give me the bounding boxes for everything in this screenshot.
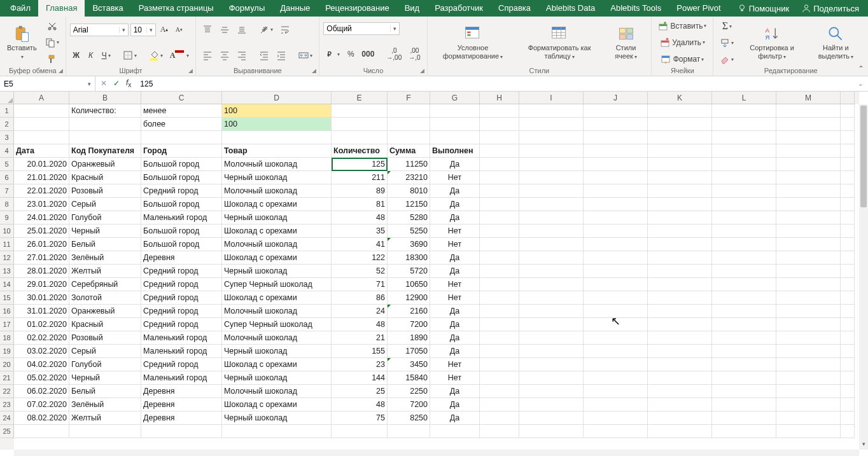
cell[interactable] bbox=[584, 184, 648, 198]
align-bottom-button[interactable] bbox=[234, 23, 249, 37]
cell[interactable]: 75 bbox=[332, 411, 388, 425]
cell[interactable]: Нет bbox=[430, 278, 480, 291]
dialog-launcher-icon[interactable]: ◢ bbox=[59, 67, 63, 74]
spreadsheet-grid[interactable]: ABCDEFGHIJKLM 12345678910111213141516171… bbox=[0, 92, 868, 456]
cell[interactable] bbox=[388, 425, 430, 438]
cell[interactable]: 25 bbox=[332, 385, 388, 398]
cell[interactable] bbox=[519, 211, 584, 225]
cell[interactable] bbox=[648, 305, 712, 318]
cell[interactable] bbox=[648, 251, 712, 265]
cell[interactable] bbox=[648, 385, 712, 398]
cell[interactable] bbox=[648, 131, 712, 144]
cell[interactable] bbox=[841, 238, 855, 251]
cell[interactable] bbox=[584, 305, 648, 318]
cell[interactable] bbox=[776, 251, 841, 265]
cell[interactable] bbox=[712, 171, 776, 184]
cell[interactable] bbox=[841, 251, 855, 265]
row-header-25[interactable]: 25 bbox=[0, 425, 14, 438]
cell[interactable] bbox=[519, 371, 584, 385]
cell[interactable] bbox=[584, 358, 648, 371]
underline-button[interactable]: Ч▾ bbox=[99, 49, 113, 62]
percent-button[interactable]: % bbox=[344, 48, 357, 60]
cell[interactable]: 5720 bbox=[388, 265, 430, 278]
cell[interactable] bbox=[430, 425, 480, 438]
cell[interactable]: Дата bbox=[14, 144, 69, 158]
cell[interactable] bbox=[776, 131, 841, 144]
cell[interactable] bbox=[776, 385, 841, 398]
cell[interactable] bbox=[776, 318, 841, 331]
cell[interactable]: Средний город bbox=[141, 291, 222, 305]
cell[interactable]: Деревня bbox=[141, 251, 222, 265]
cell[interactable] bbox=[712, 385, 776, 398]
cell[interactable] bbox=[841, 345, 855, 358]
fill-button[interactable]: ▾ bbox=[717, 36, 736, 50]
cell[interactable]: Да bbox=[430, 184, 480, 198]
cell[interactable]: Серый bbox=[69, 345, 141, 358]
cell[interactable] bbox=[519, 305, 584, 318]
cell[interactable] bbox=[841, 118, 855, 131]
cell[interactable]: Черный шоколад bbox=[222, 345, 332, 358]
col-header-L[interactable]: L bbox=[712, 92, 776, 104]
cell[interactable] bbox=[519, 385, 584, 398]
cell[interactable] bbox=[776, 104, 841, 118]
cell[interactable] bbox=[519, 345, 584, 358]
vertical-scrollbar[interactable]: ▴ ▾ bbox=[859, 104, 868, 450]
cell[interactable] bbox=[584, 331, 648, 345]
row-header-22[interactable]: 22 bbox=[0, 385, 14, 398]
cell[interactable] bbox=[519, 291, 584, 305]
cell[interactable]: Зелёный bbox=[69, 251, 141, 265]
cell[interactable] bbox=[712, 371, 776, 385]
cell[interactable] bbox=[480, 171, 519, 184]
cell[interactable]: Товар bbox=[222, 144, 332, 158]
cell[interactable] bbox=[776, 425, 841, 438]
horizontal-scrollbar[interactable] bbox=[14, 450, 859, 456]
select-all-button[interactable] bbox=[0, 92, 14, 104]
orientation-button[interactable]: ab▾ bbox=[256, 23, 276, 37]
row-header-14[interactable]: 14 bbox=[0, 278, 14, 291]
cell[interactable]: 2250 bbox=[388, 385, 430, 398]
cell[interactable]: 48 bbox=[332, 398, 388, 411]
cell[interactable]: 144 bbox=[332, 371, 388, 385]
cell[interactable] bbox=[519, 278, 584, 291]
cell[interactable] bbox=[712, 398, 776, 411]
sort-filter-button[interactable]: АЯ Сортировка и фильтр▾ bbox=[739, 18, 804, 67]
row-header-24[interactable]: 24 bbox=[0, 411, 14, 425]
cell[interactable]: 48 bbox=[332, 318, 388, 331]
bold-button[interactable]: Ж bbox=[70, 49, 83, 62]
cell[interactable]: Шоколад с орехами bbox=[222, 291, 332, 305]
col-header-C[interactable]: C bbox=[141, 92, 222, 104]
cell[interactable]: Розовый bbox=[69, 184, 141, 198]
find-select-button[interactable]: Найти и выделить▾ bbox=[808, 18, 864, 67]
cell[interactable]: Да bbox=[430, 345, 480, 358]
cell[interactable] bbox=[584, 251, 648, 265]
align-left-button[interactable] bbox=[200, 48, 215, 62]
cell[interactable] bbox=[584, 104, 648, 118]
tell-me[interactable]: Помощник bbox=[731, 0, 796, 17]
cell[interactable]: 71 bbox=[332, 278, 388, 291]
cell[interactable]: 23.01.2020 bbox=[14, 198, 69, 211]
col-header-A[interactable]: A bbox=[14, 92, 69, 104]
cell[interactable]: Серый bbox=[69, 198, 141, 211]
conditional-formatting-button[interactable]: Условное форматирование▾ bbox=[431, 18, 515, 67]
cell[interactable] bbox=[480, 211, 519, 225]
cell[interactable]: 8010 bbox=[388, 184, 430, 198]
cell[interactable]: Оранжевый bbox=[69, 305, 141, 318]
cell[interactable]: Средний город bbox=[141, 265, 222, 278]
cell[interactable] bbox=[776, 371, 841, 385]
tab-Разметка страницы[interactable]: Разметка страницы bbox=[131, 0, 221, 17]
cell[interactable]: 15840 bbox=[388, 371, 430, 385]
cell[interactable]: Средний город bbox=[141, 278, 222, 291]
col-header-J[interactable]: J bbox=[584, 92, 648, 104]
cell[interactable] bbox=[519, 131, 584, 144]
cell[interactable]: Молочный шоколад bbox=[222, 238, 332, 251]
cell[interactable]: Желтый bbox=[69, 265, 141, 278]
col-header-K[interactable]: K bbox=[648, 92, 712, 104]
cell[interactable]: Да bbox=[430, 198, 480, 211]
cell[interactable]: Большой город bbox=[141, 238, 222, 251]
tab-Разработчик[interactable]: Разработчик bbox=[427, 0, 491, 17]
cell[interactable]: 22.01.2020 bbox=[14, 184, 69, 198]
decrease-indent-button[interactable] bbox=[256, 48, 272, 62]
cell[interactable] bbox=[388, 118, 430, 131]
copy-button[interactable]: ▾ bbox=[43, 36, 62, 50]
scroll-down-button[interactable]: ▾ bbox=[859, 441, 868, 450]
